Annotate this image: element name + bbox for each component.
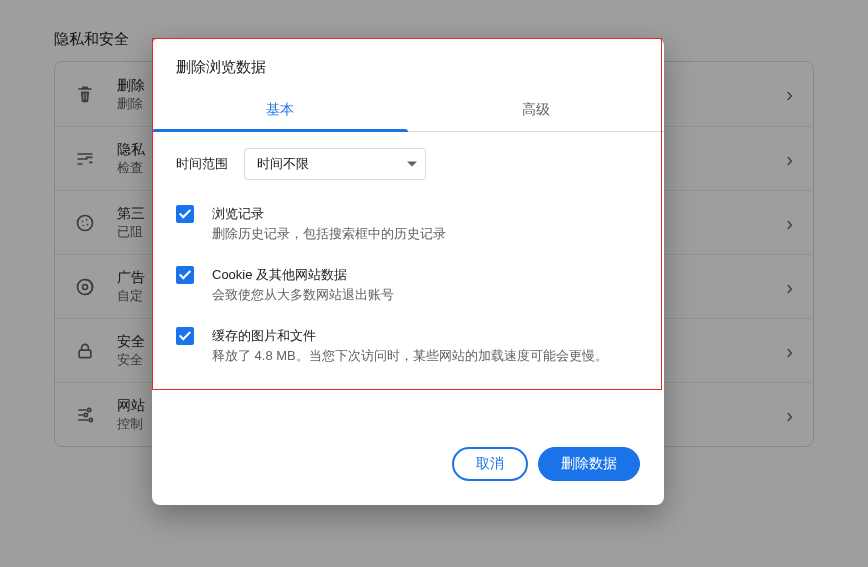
option-subtitle: 释放了 4.8 MB。当您下次访问时，某些网站的加载速度可能会更慢。 [212,346,608,366]
option-browsing-history: 浏览记录 删除历史记录，包括搜索框中的历史记录 [176,204,640,243]
dialog-title: 删除浏览数据 [152,38,664,91]
tab-advanced[interactable]: 高级 [408,91,664,131]
option-cookies: Cookie 及其他网站数据 会致使您从大多数网站退出账号 [176,265,640,304]
dialog-actions: 取消 删除数据 [152,387,664,505]
option-texts: 缓存的图片和文件 释放了 4.8 MB。当您下次访问时，某些网站的加载速度可能会… [212,326,608,365]
checkbox-browsing-history[interactable] [176,205,194,223]
time-range-row: 时间范围 时间不限 [176,148,640,180]
checkbox-cookies[interactable] [176,266,194,284]
time-range-value: 时间不限 [257,155,309,173]
confirm-button[interactable]: 删除数据 [538,447,640,481]
tab-basic[interactable]: 基本 [152,91,408,131]
option-subtitle: 会致使您从大多数网站退出账号 [212,285,394,305]
dialog-body: 时间范围 时间不限 浏览记录 删除历史记录，包括搜索框中的历史记录 Cookie… [152,132,664,387]
dialog-tabs: 基本 高级 [152,91,664,132]
chevron-down-icon [407,162,417,167]
option-cache: 缓存的图片和文件 释放了 4.8 MB。当您下次访问时，某些网站的加载速度可能会… [176,326,640,365]
option-texts: Cookie 及其他网站数据 会致使您从大多数网站退出账号 [212,265,394,304]
time-range-label: 时间范围 [176,155,228,173]
option-title: Cookie 及其他网站数据 [212,265,394,285]
option-title: 浏览记录 [212,204,446,224]
option-title: 缓存的图片和文件 [212,326,608,346]
time-range-select[interactable]: 时间不限 [244,148,426,180]
cancel-button[interactable]: 取消 [452,447,528,481]
clear-browsing-data-dialog: 删除浏览数据 基本 高级 时间范围 时间不限 浏览记录 删除历史记录，包括搜索框… [152,38,664,505]
checkbox-cache[interactable] [176,327,194,345]
option-subtitle: 删除历史记录，包括搜索框中的历史记录 [212,224,446,244]
option-texts: 浏览记录 删除历史记录，包括搜索框中的历史记录 [212,204,446,243]
